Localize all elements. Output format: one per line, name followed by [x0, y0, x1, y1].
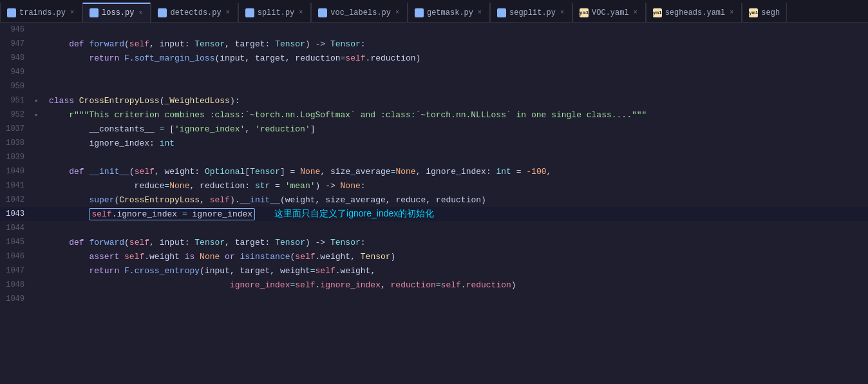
- line-num-1039: 1039: [0, 153, 32, 162]
- code-text-950: [45, 79, 868, 93]
- code-line-1041: 1041 reduce=None, reduction: str = 'mean…: [0, 178, 868, 193]
- py-icon-detectds: [158, 8, 167, 17]
- line-num-1037: 1037: [0, 124, 32, 133]
- code-text-948: return F.soft_margin_loss(input, target,…: [45, 51, 868, 65]
- code-text-1044: [45, 221, 868, 235]
- tab-segplit-close[interactable]: ×: [559, 8, 565, 17]
- code-text-952: r"""This criterion combines :class:`~tor…: [45, 108, 868, 122]
- tab-voc-labels-close[interactable]: ×: [394, 8, 401, 17]
- code-line-1043: 1043 self.ignore_index = ignore_index这里面…: [0, 207, 868, 221]
- tab-split-label: split.py: [258, 8, 295, 17]
- code-line-947: 947 def forward(self, input: Tensor, tar…: [0, 37, 868, 51]
- code-text-1040: def __init__(self, weight: Optional[Tens…: [45, 164, 868, 178]
- code-line-1039: 1039: [0, 150, 868, 164]
- tab-voc-labels-label: voc_labels.py: [330, 8, 391, 17]
- line-num-1048: 1048: [0, 280, 32, 289]
- code-text-1039: [45, 150, 868, 164]
- yaml-icon-segheads: yml: [653, 8, 662, 17]
- tab-loss[interactable]: loss.py ×: [82, 3, 151, 22]
- tab-loss-close[interactable]: ×: [137, 9, 144, 17]
- line-num-950: 950: [0, 82, 32, 91]
- code-body[interactable]: 946 947 def forward(self, input: Tensor,…: [0, 23, 868, 384]
- tab-trainds-label: trainds.py: [19, 8, 66, 17]
- tab-segheads-yaml[interactable]: yml segheads.yaml ×: [646, 3, 742, 22]
- tab-voc-yaml-label: VOC.yaml: [592, 8, 629, 17]
- code-line-1049: 1049: [0, 292, 868, 306]
- py-icon-loss: [90, 8, 99, 17]
- annotation-text: 这里面只自定义了ignore_index的初始化: [274, 208, 434, 220]
- line-num-948: 948: [0, 53, 32, 62]
- code-line-948: 948 return F.soft_margin_loss(input, tar…: [0, 51, 868, 65]
- tab-detectds-close[interactable]: ×: [225, 8, 231, 17]
- tab-voc-labels[interactable]: voc_labels.py ×: [311, 3, 408, 22]
- line-num-1038: 1038: [0, 139, 32, 148]
- code-line-1040: 1040 def __init__(self, weight: Optional…: [0, 164, 868, 178]
- fold-951[interactable]: ▸: [32, 97, 41, 104]
- code-line-1038: 1038 ignore_index: int: [0, 136, 868, 150]
- tab-trainds[interactable]: trainds.py ×: [0, 3, 82, 22]
- tab-getmask-close[interactable]: ×: [476, 8, 483, 17]
- line-num-1049: 1049: [0, 294, 32, 303]
- tab-detectds-label: detectds.py: [170, 8, 221, 17]
- tab-getmask-label: getmask.py: [427, 8, 473, 17]
- py-icon-split: [245, 8, 254, 17]
- line-num-1043: 1043: [0, 209, 32, 218]
- tab-segheads-yaml-label: segheads.yaml: [665, 8, 726, 17]
- line-num-1045: 1045: [0, 238, 32, 247]
- code-line-950: 950: [0, 79, 868, 93]
- tab-segplit-label: segplit.py: [509, 8, 556, 17]
- line-num-1046: 1046: [0, 252, 32, 261]
- tab-loss-label: loss.py: [102, 8, 134, 17]
- code-line-1048: 1048 ignore_index=self.ignore_index, red…: [0, 278, 868, 292]
- tab-segheads-yaml-close[interactable]: ×: [728, 8, 735, 17]
- code-text-1045: def forward(self, input: Tensor, target:…: [45, 235, 868, 249]
- line-num-1044: 1044: [0, 224, 32, 233]
- yaml-icon-voc: yml: [580, 8, 589, 17]
- code-text-946: [45, 23, 868, 37]
- fold-952[interactable]: ▸: [32, 111, 41, 119]
- tab-voc-yaml-close[interactable]: ×: [632, 8, 639, 17]
- code-line-946: 946: [0, 23, 868, 37]
- tab-getmask[interactable]: getmask.py ×: [408, 3, 490, 22]
- code-text-1048: ignore_index=self.ignore_index, reductio…: [45, 278, 868, 292]
- code-area: 946 947 def forward(self, input: Tensor,…: [0, 23, 868, 384]
- py-icon: [7, 8, 16, 17]
- code-line-949: 949: [0, 65, 868, 79]
- py-icon-voc: [318, 8, 327, 17]
- code-text-1042: super(CrossEntropyLoss, self).__init__(w…: [45, 193, 868, 207]
- code-line-1044: 1044: [0, 221, 868, 235]
- line-num-947: 947: [0, 39, 32, 48]
- tab-split[interactable]: split.py ×: [238, 3, 312, 22]
- line-num-951: 951: [0, 96, 32, 105]
- tab-bar: trainds.py × loss.py × detectds.py × spl…: [0, 0, 868, 23]
- code-line-1037: 1037 __constants__ = ['ignore_index', 'r…: [0, 122, 868, 136]
- line-num-1040: 1040: [0, 167, 32, 176]
- tab-detectds[interactable]: detectds.py ×: [151, 3, 238, 22]
- code-text-1047: return F.cross_entropy(input, target, we…: [45, 264, 868, 278]
- line-num-1041: 1041: [0, 181, 32, 190]
- line-num-952: 952: [0, 110, 32, 119]
- code-line-1046: 1046 assert self.weight is None or isins…: [0, 249, 868, 264]
- code-text-1041: reduce=None, reduction: str = 'mean') ->…: [45, 178, 868, 193]
- code-text-1038: ignore_index: int: [45, 136, 868, 150]
- code-text-951: class CrossEntropyLoss(_WeightedLoss):: [45, 93, 868, 108]
- tab-segplit[interactable]: segplit.py ×: [490, 3, 572, 22]
- code-line-1047: 1047 return F.cross_entropy(input, targe…: [0, 264, 868, 278]
- code-line-1045: 1045 def forward(self, input: Tensor, ta…: [0, 235, 868, 249]
- py-icon-segplit: [497, 8, 506, 17]
- tab-split-close[interactable]: ×: [297, 8, 304, 17]
- tab-trainds-close[interactable]: ×: [69, 8, 75, 17]
- yaml-icon-segh: yml: [749, 8, 758, 17]
- code-text-1037: __constants__ = ['ignore_index', 'reduct…: [45, 122, 868, 136]
- tab-voc-yaml[interactable]: yml VOC.yaml ×: [572, 3, 646, 22]
- code-line-951: 951 ▸ class CrossEntropyLoss(_WeightedLo…: [0, 93, 868, 108]
- line-num-1047: 1047: [0, 266, 32, 275]
- code-text-1046: assert self.weight is None or isinstance…: [45, 249, 868, 264]
- code-line-1042: 1042 super(CrossEntropyLoss, self).__ini…: [0, 193, 868, 207]
- line-num-949: 949: [0, 68, 32, 77]
- tab-segh-label: segh: [761, 8, 780, 17]
- py-icon-getmask: [415, 8, 424, 17]
- code-line-952: 952 ▸ r"""This criterion combines :class…: [0, 108, 868, 122]
- tab-segh[interactable]: yml segh: [742, 3, 787, 22]
- code-text-1043: self.ignore_index = ignore_index这里面只自定义了…: [45, 207, 868, 221]
